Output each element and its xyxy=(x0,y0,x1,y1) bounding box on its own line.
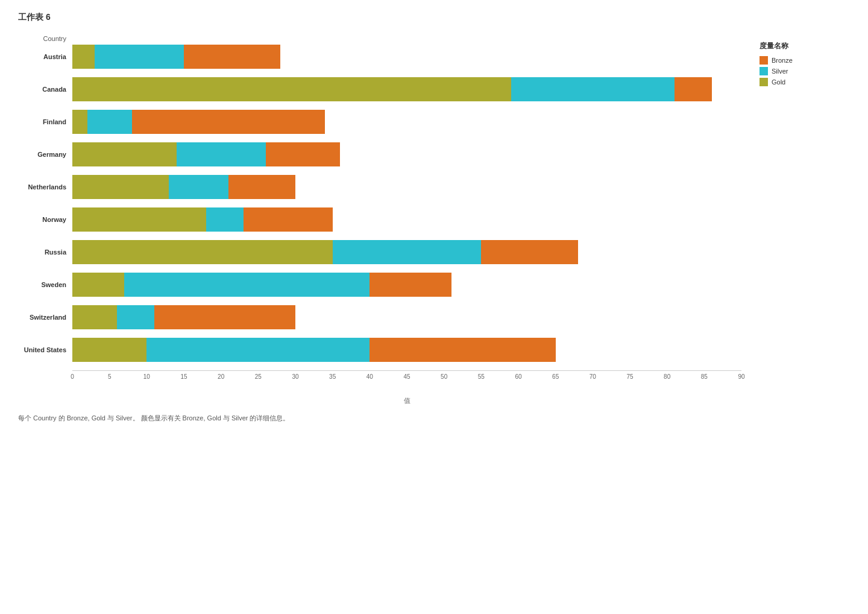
x-tick: 50 xyxy=(441,373,447,380)
bronze-segment xyxy=(675,77,712,101)
legend-item: Bronze xyxy=(760,56,844,65)
country-label: Russia xyxy=(18,248,72,256)
gold-segment xyxy=(72,142,177,166)
country-label: Sweden xyxy=(18,281,72,288)
bar-row: Netherlands xyxy=(18,175,741,199)
legend: 度量名称 BronzeSilverGold xyxy=(753,35,850,405)
x-tick: 0 xyxy=(71,373,74,380)
footer-note: 每个 Country 的 Bronze, Gold 与 Silver。 颜色显示… xyxy=(18,414,850,423)
bar-track xyxy=(72,338,741,362)
country-label: Finland xyxy=(18,118,72,125)
x-tick: 10 xyxy=(143,373,150,380)
gold-segment xyxy=(72,240,333,264)
bar-row: Austria xyxy=(18,45,741,69)
x-tick: 25 xyxy=(255,373,262,380)
x-tick: 55 xyxy=(478,373,485,380)
x-tick: 35 xyxy=(329,373,336,380)
silver-segment xyxy=(87,110,132,134)
silver-segment xyxy=(146,338,370,362)
x-tick: 90 xyxy=(738,373,744,380)
bar-track xyxy=(72,305,741,329)
silver-segment xyxy=(169,175,228,199)
bar-track xyxy=(72,273,741,297)
gold-segment xyxy=(72,110,87,134)
bar-row: Germany xyxy=(18,142,741,166)
x-tick: 85 xyxy=(701,373,708,380)
bronze-segment xyxy=(370,273,451,297)
silver-segment xyxy=(124,273,370,297)
silver-segment xyxy=(511,77,675,101)
gold-segment xyxy=(72,305,117,329)
x-axis-label: 值 xyxy=(72,396,741,405)
legend-color-box xyxy=(760,78,768,86)
bar-track xyxy=(72,142,741,166)
bar-row: Norway xyxy=(18,207,741,232)
legend-item: Silver xyxy=(760,67,844,75)
page: 工作表 6 Country AustriaCanadaFinlandGerman… xyxy=(0,0,868,435)
x-tick: 65 xyxy=(552,373,559,380)
bronze-segment xyxy=(184,45,280,69)
legend-label: Bronze xyxy=(772,57,793,64)
gold-segment xyxy=(72,175,169,199)
silver-segment xyxy=(117,305,154,329)
x-axis-line xyxy=(72,370,741,371)
x-tick: 5 xyxy=(108,373,112,380)
bronze-segment xyxy=(244,207,333,232)
silver-segment xyxy=(206,207,244,232)
silver-segment xyxy=(333,240,482,264)
country-label: Austria xyxy=(18,53,72,60)
x-axis: 051015202530354045505560657075808590 xyxy=(72,373,741,385)
legend-title: 度量名称 xyxy=(760,41,844,51)
bars-container: AustriaCanadaFinlandGermanyNetherlandsNo… xyxy=(18,45,741,370)
bar-track xyxy=(72,45,741,69)
bar-row: Switzerland xyxy=(18,305,741,329)
page-title: 工作表 6 xyxy=(18,12,850,23)
bronze-segment xyxy=(154,305,295,329)
country-label: Canada xyxy=(18,86,72,93)
x-tick: 40 xyxy=(366,373,373,380)
bronze-segment xyxy=(266,142,340,166)
legend-color-box xyxy=(760,67,768,75)
silver-segment xyxy=(95,45,184,69)
country-column-header: Country xyxy=(18,35,72,42)
bronze-segment xyxy=(228,175,295,199)
bar-track xyxy=(72,240,741,264)
x-tick: 60 xyxy=(515,373,521,380)
bar-row: Finland xyxy=(18,110,741,134)
x-tick: 80 xyxy=(664,373,670,380)
bar-track xyxy=(72,207,741,232)
bronze-segment xyxy=(370,338,555,362)
country-label: Netherlands xyxy=(18,183,72,191)
gold-segment xyxy=(72,45,95,69)
bar-row: United States xyxy=(18,338,741,362)
legend-label: Silver xyxy=(772,68,788,75)
legend-items: BronzeSilverGold xyxy=(760,56,844,86)
chart-area: Country AustriaCanadaFinlandGermanyNethe… xyxy=(18,35,741,405)
bar-track xyxy=(72,175,741,199)
gold-segment xyxy=(72,273,124,297)
country-label: United States xyxy=(18,346,72,353)
x-tick: 20 xyxy=(218,373,224,380)
bar-track xyxy=(72,110,741,134)
x-tick: 70 xyxy=(590,373,596,380)
chart-container: Country AustriaCanadaFinlandGermanyNethe… xyxy=(18,35,850,405)
silver-segment xyxy=(177,142,266,166)
country-label: Norway xyxy=(18,216,72,223)
bar-row: Sweden xyxy=(18,273,741,297)
bar-row: Canada xyxy=(18,77,741,101)
bronze-segment xyxy=(132,110,326,134)
gold-segment xyxy=(72,338,146,362)
x-tick: 15 xyxy=(180,373,187,380)
country-label: Switzerland xyxy=(18,314,72,321)
x-tick: 75 xyxy=(626,373,633,380)
bar-row: Russia xyxy=(18,240,741,264)
x-tick: 30 xyxy=(292,373,298,380)
bronze-segment xyxy=(481,240,577,264)
gold-segment xyxy=(72,207,206,232)
legend-color-box xyxy=(760,56,768,65)
country-label: Germany xyxy=(18,151,72,158)
legend-label: Gold xyxy=(772,78,785,86)
bar-track xyxy=(72,77,741,101)
column-header: Country xyxy=(18,35,741,42)
x-tick: 45 xyxy=(403,373,410,380)
